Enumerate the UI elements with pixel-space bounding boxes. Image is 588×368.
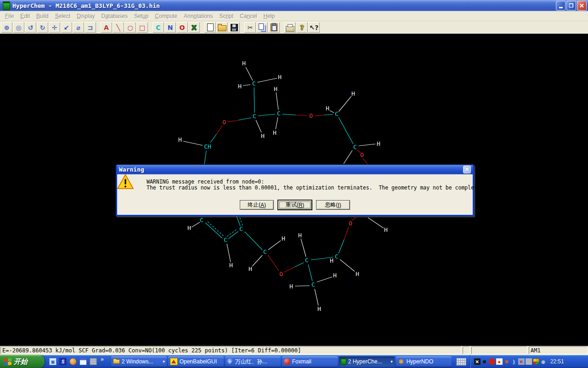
element-default-icon[interactable]: X	[188, 22, 200, 33]
atom-label-C[interactable]: C	[311, 281, 315, 288]
atom-label-O[interactable]: O	[360, 151, 364, 158]
bond[interactable]	[216, 126, 222, 134]
retry-button[interactable]: 重试(R)	[278, 200, 312, 210]
draw-circle-icon[interactable]: ○	[124, 22, 136, 33]
bond[interactable]	[245, 232, 262, 250]
bond[interactable]	[183, 141, 203, 145]
bond[interactable]	[227, 244, 231, 262]
atom-label-C[interactable]: C	[277, 110, 281, 117]
element-nitrogen-icon[interactable]: N	[164, 22, 176, 33]
element-oxygen-icon[interactable]: O	[176, 22, 188, 33]
start-button[interactable]: 开始	[0, 355, 45, 368]
menu-item-script[interactable]: Script	[216, 12, 237, 20]
menu-item-help[interactable]: Help	[260, 12, 278, 20]
task-hyperndo[interactable]: ✱HyperNDO	[396, 356, 452, 367]
tray-messenger-icon[interactable]: ✕	[474, 358, 481, 365]
bond[interactable]	[308, 264, 312, 281]
help-icon[interactable]: ?	[296, 22, 308, 33]
bond[interactable]	[276, 92, 278, 110]
bond[interactable]	[210, 134, 216, 143]
bond[interactable]	[258, 114, 275, 116]
copy-icon[interactable]	[256, 22, 268, 33]
draw-line-icon[interactable]: ╲	[113, 22, 124, 33]
ignore-button[interactable]: 忽略(I)	[316, 200, 350, 210]
molecule-workspace[interactable]: HCHHHCCOOHCHHHHCHCOHCHCCHCHHOHCHCOHHCHHH…	[0, 34, 588, 346]
atom-label-H[interactable]: H	[178, 136, 182, 143]
draw-rect-icon[interactable]: □	[136, 22, 148, 33]
context-help-icon[interactable]: ↖?	[308, 22, 320, 33]
menu-item-build[interactable]: Build	[33, 12, 52, 20]
atom-label-H[interactable]: H	[317, 305, 321, 312]
atom-label-C[interactable]: C	[335, 110, 339, 117]
atom-label-H[interactable]: H	[242, 60, 246, 67]
bond[interactable]	[243, 85, 250, 86]
atom-label-C[interactable]: C	[253, 113, 256, 120]
task-windows-group[interactable]: 2 Windows...▾	[111, 356, 167, 367]
atom-label-H[interactable]: H	[273, 129, 277, 136]
quicklaunch-qq-icon[interactable]	[69, 358, 77, 365]
bond[interactable]	[344, 227, 349, 240]
bond[interactable]	[301, 239, 306, 257]
atom-label-H[interactable]: H	[356, 270, 359, 277]
tray-hyperndo-icon[interactable]: ✱	[503, 358, 510, 365]
bond[interactable]	[256, 120, 261, 132]
zoom-tool-icon[interactable]: ⌀	[73, 22, 84, 33]
atom-label-C[interactable]: C	[252, 80, 256, 87]
tray-x-icon[interactable]: ✖	[481, 358, 488, 365]
bond[interactable]	[339, 96, 351, 112]
quicklaunch-desktop-icon[interactable]: ▣	[49, 358, 57, 365]
atom-label-H[interactable]: H	[261, 132, 265, 139]
bond[interactable]	[368, 218, 384, 228]
tray-foxmail-icon[interactable]	[489, 358, 495, 365]
element-carbon-icon[interactable]: C	[153, 22, 164, 33]
atom-label-H[interactable]: H	[384, 226, 388, 233]
open-file-icon[interactable]	[216, 22, 228, 33]
menu-item-edit[interactable]: Edit	[17, 12, 33, 20]
bond[interactable]	[246, 67, 253, 80]
bond[interactable]	[340, 259, 355, 271]
menu-item-cancel[interactable]: Cancel	[237, 12, 260, 20]
task-hyperchem-group[interactable]: 2 HyperChe...▾	[339, 356, 395, 367]
task-browser[interactable]: e万山红、孙...	[225, 356, 281, 367]
rotate-z-icon[interactable]: ↻	[37, 22, 48, 33]
rotate-3d-icon[interactable]: ↺	[25, 22, 36, 33]
bond[interactable]	[268, 241, 281, 250]
atom-label-H[interactable]: H	[278, 74, 282, 80]
task-foxmail[interactable]: Foxmail	[282, 356, 338, 367]
close-button[interactable]: ✕	[577, 1, 587, 11]
atom-label-C[interactable]: C	[305, 257, 309, 264]
bond[interactable]	[296, 115, 307, 115]
atom-label-CH[interactable]: CH	[204, 143, 211, 150]
bond[interactable]	[192, 222, 200, 227]
bond[interactable]	[204, 151, 206, 164]
paste-icon[interactable]	[268, 22, 280, 33]
bond[interactable]	[208, 222, 224, 236]
bond[interactable]	[254, 87, 254, 113]
tray-volume-icon[interactable]: ◉	[540, 358, 547, 365]
atom-label-C[interactable]: C	[224, 236, 227, 243]
atom-label-H[interactable]: H	[187, 224, 191, 231]
bond[interactable]	[315, 289, 318, 305]
atom-label-C[interactable]: C	[353, 144, 357, 150]
bond[interactable]	[317, 277, 332, 282]
bond[interactable]	[359, 144, 375, 146]
bond[interactable]	[228, 231, 238, 239]
atom-label-H[interactable]: H	[238, 83, 242, 90]
atom-label-H[interactable]: H	[229, 262, 233, 269]
atom-label-C[interactable]: C	[335, 253, 339, 260]
bond[interactable]	[315, 115, 324, 116]
bond[interactable]	[339, 240, 344, 253]
bond[interactable]	[295, 286, 310, 286]
atom-label-H[interactable]: H	[326, 105, 329, 112]
z-translate-icon[interactable]: ↙	[61, 22, 72, 33]
language-bar-keyboard-icon[interactable]	[456, 358, 466, 366]
print-icon[interactable]	[284, 22, 296, 33]
bond[interactable]	[344, 150, 352, 164]
cut-icon[interactable]: ✂	[244, 22, 256, 33]
atom-label-C[interactable]: C	[239, 225, 243, 232]
atom-label-C[interactable]: C	[200, 217, 204, 224]
bond[interactable]	[352, 217, 356, 220]
bond[interactable]	[239, 118, 251, 120]
tray-wireless-icon[interactable]: )	[511, 358, 517, 365]
task-openbabelgui[interactable]: OpenBabelGUI	[168, 356, 224, 367]
